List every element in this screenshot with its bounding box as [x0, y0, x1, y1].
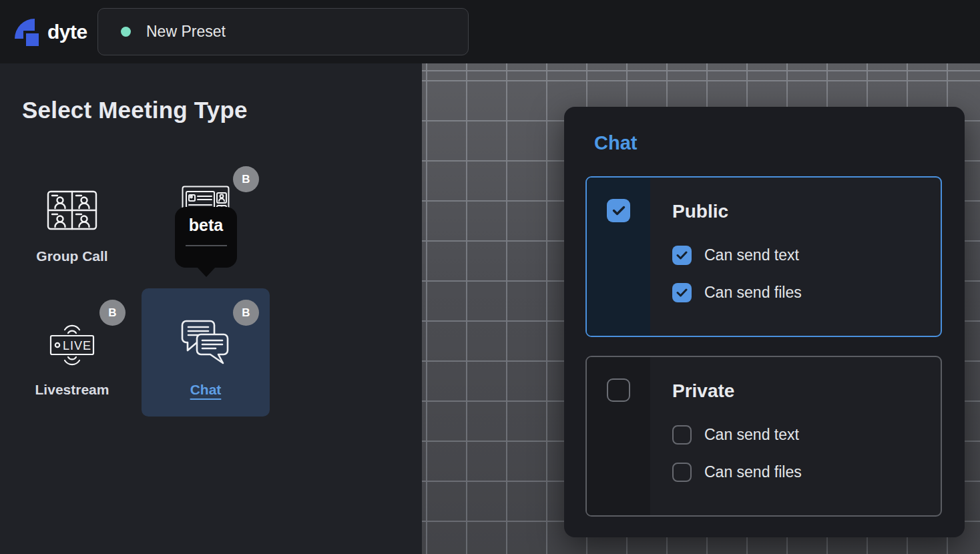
preset-status-dot-icon	[121, 27, 131, 37]
beta-tooltip-text: beta	[175, 216, 237, 235]
beta-badge: B	[99, 300, 126, 326]
private-checkbox[interactable]	[607, 378, 630, 402]
tile-chat[interactable]: B Chat	[142, 288, 270, 417]
private-permissions-card: Private Can send text Can send files	[585, 356, 942, 517]
top-bar: dyte New Preset	[0, 0, 980, 63]
option-row: Can send text	[672, 246, 941, 265]
beta-tooltip: beta	[175, 207, 237, 268]
private-can-send-text-label: Can send text	[704, 426, 799, 444]
group-call-label: Group Call	[36, 248, 107, 264]
beta-badge: B	[233, 166, 259, 192]
meeting-type-panel: Select Meeting Type Group Call	[0, 63, 422, 554]
tooltip-arrow-icon	[197, 267, 216, 277]
svg-text:LIVE: LIVE	[63, 339, 91, 352]
beta-badge: B	[233, 300, 259, 326]
public-can-send-files-checkbox[interactable]	[672, 283, 692, 302]
private-can-send-files-label: Can send files	[704, 463, 802, 481]
public-checkbox[interactable]	[607, 199, 630, 222]
dyte-logo-text: dyte	[47, 21, 87, 43]
tile-group-call[interactable]: Group Call	[8, 155, 136, 283]
private-can-send-text-checkbox[interactable]	[672, 425, 692, 445]
option-row: Can send text	[672, 425, 941, 445]
dyte-logo-icon	[9, 17, 40, 47]
private-strip	[587, 357, 650, 515]
group-call-icon	[47, 190, 97, 230]
livestream-label: Livestream	[35, 382, 109, 398]
page-title: Select Meeting Type	[22, 97, 248, 123]
tile-livestream[interactable]: LIVE B Livestream	[8, 288, 136, 417]
public-section-title: Public	[672, 201, 941, 222]
public-strip	[587, 178, 650, 336]
dyte-logo: dyte	[9, 17, 87, 47]
preset-name-value: New Preset	[146, 23, 226, 41]
option-row: Can send files	[672, 283, 941, 302]
private-can-send-files-checkbox[interactable]	[672, 463, 692, 482]
preset-name-input[interactable]: New Preset	[97, 8, 469, 55]
public-permissions-card: Public Can send text Can send files	[585, 176, 942, 337]
option-row: Can send files	[672, 463, 941, 482]
livestream-icon: LIVE	[45, 316, 99, 371]
tooltip-divider	[186, 245, 227, 246]
public-can-send-text-label: Can send text	[704, 246, 799, 264]
public-can-send-text-checkbox[interactable]	[672, 246, 692, 265]
chat-config-panel: Chat Public Can send text	[564, 107, 965, 537]
private-section-title: Private	[672, 380, 941, 402]
chat-icon	[181, 320, 230, 368]
config-panel-title: Chat	[594, 132, 637, 154]
chat-label: Chat	[190, 382, 222, 398]
logo-square-shape	[26, 33, 39, 46]
public-can-send-files-label: Can send files	[704, 284, 802, 302]
